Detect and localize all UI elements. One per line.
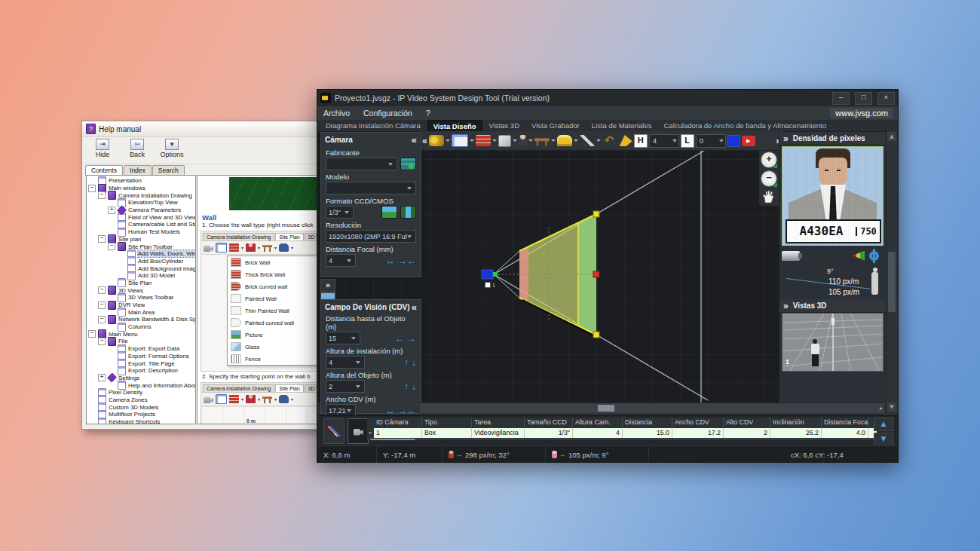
tree-item[interactable]: Human Test Models [87, 228, 195, 236]
tree-item[interactable]: −File [87, 338, 195, 345]
level-dropdown[interactable]: 0 [696, 134, 726, 148]
tab-vista-diseno[interactable]: Vista Diseño [427, 120, 482, 131]
tree-item[interactable]: 3D Views Toolbar [87, 294, 195, 302]
focal-dropdown[interactable]: 4 [326, 254, 356, 267]
expand-sidebar-button[interactable]: » [320, 279, 335, 292]
level-button[interactable]: L [681, 134, 694, 148]
close-button[interactable]: × [877, 92, 895, 105]
undo-button[interactable]: ↶ [602, 135, 616, 146]
add-vehicle-button[interactable] [557, 135, 572, 146]
tree-collapse-icon[interactable]: − [98, 235, 106, 243]
scrollbar-thumb[interactable] [598, 405, 614, 412]
tree-item[interactable]: Add Box/Cylinder [87, 258, 195, 265]
tab-vistas-3d[interactable]: Vistas 3D [484, 120, 525, 131]
tree-expand-icon[interactable]: + [108, 207, 115, 214]
gear-icon[interactable] [869, 251, 879, 261]
minimize-button[interactable]: – [832, 92, 850, 105]
collapse-panel-icon[interactable]: « [412, 302, 417, 313]
lower-object-icon[interactable]: ↓ [412, 382, 416, 391]
chevron-down-icon[interactable] [492, 139, 497, 142]
density-gradient-icon[interactable] [853, 251, 865, 261]
tree-item[interactable]: Export: Format Options [87, 353, 195, 360]
tree-item[interactable]: −Main Menu [87, 330, 195, 338]
main-titlebar[interactable]: Proyecto1.jvsgz - IP Video System Design… [317, 90, 898, 107]
tree-item[interactable]: −Network Bandwidth & Disk Space [87, 316, 195, 323]
tree-item[interactable]: +Settings [87, 375, 195, 382]
menu-configuracion[interactable]: Configuración [363, 109, 412, 118]
menu-help[interactable]: ? [426, 109, 430, 118]
narrow-fov-icon[interactable]: →← [398, 256, 416, 265]
tree-item[interactable]: +Camera Parameters [87, 207, 195, 214]
decrease-distance-icon[interactable]: ← [395, 334, 404, 343]
tree-item[interactable]: −Site plan [87, 236, 195, 243]
tree-item[interactable]: Site Plan [87, 280, 195, 287]
help-titlebar[interactable]: ? Help manual [82, 121, 329, 137]
ancho-cdv-dropdown[interactable]: 17,21 [326, 404, 356, 415]
pan-hand-button[interactable] [761, 189, 776, 204]
cable-tool-button[interactable] [323, 418, 345, 444]
tab-calculadora[interactable]: Calculadora de Ancho de banda y Almacena… [658, 120, 831, 131]
raise-object-icon[interactable]: ↑ [404, 382, 409, 391]
formato-dropdown[interactable]: 1/3" [326, 206, 354, 219]
tree-item[interactable]: −Main windows [87, 185, 195, 192]
measure-tool-button[interactable] [580, 135, 595, 146]
resolucion-dropdown[interactable]: 1920x1080 (2MP 16:9 FullHI [326, 230, 416, 243]
video-tutorial-button[interactable]: ▶ [742, 136, 755, 146]
tree-item[interactable]: −Camera Installation Drawing [87, 191, 195, 199]
fabricante-dropdown[interactable] [326, 158, 397, 170]
tree-collapse-icon[interactable]: − [88, 330, 96, 338]
tree-collapse-icon[interactable]: − [108, 243, 115, 250]
lower-camera-icon[interactable]: ↓ [412, 358, 416, 367]
tab-lista-materiales[interactable]: Lista de Materiales [586, 120, 657, 131]
tab-search[interactable]: Search [152, 165, 185, 175]
menu-archivo[interactable]: Archivo [323, 109, 350, 118]
tree-item-selected[interactable]: Add Walls, Doors, Windows [87, 250, 195, 258]
tree-item[interactable]: −3D Views [87, 286, 195, 294]
raise-camera-icon[interactable]: ↑ [404, 358, 409, 367]
landscape-orientation-button[interactable] [381, 206, 397, 219]
add-camera-button[interactable] [429, 135, 444, 146]
expand-panel-icon[interactable]: » [783, 133, 789, 144]
tree-item[interactable]: Main Area [87, 308, 195, 316]
tree-collapse-icon[interactable]: − [88, 185, 96, 192]
modelo-dropdown[interactable] [326, 182, 416, 194]
tree-item[interactable]: Keyboard Shortcuts [87, 418, 195, 424]
zoom-in-button[interactable]: + [761, 152, 777, 168]
tab-index[interactable]: Index [124, 165, 152, 175]
scroll-down-icon[interactable]: ▼ [887, 403, 896, 412]
paint-tool-button[interactable] [617, 135, 632, 146]
floorplan-button[interactable] [452, 134, 468, 147]
tree-item[interactable]: Add 3D Model [87, 272, 195, 280]
portrait-orientation-button[interactable] [400, 206, 416, 219]
view-3d-thumbnail[interactable] [782, 313, 884, 372]
website-link[interactable]: www.jvsg.com [830, 108, 893, 118]
height-button[interactable]: H [634, 134, 648, 148]
camera-list-button[interactable] [348, 418, 369, 444]
color-swatch[interactable] [727, 135, 740, 147]
collapse-panel-icon[interactable]: « [412, 134, 417, 145]
scroll-right-icon[interactable]: ▸ [880, 403, 883, 413]
chevron-down-icon[interactable] [470, 139, 474, 142]
chevron-down-icon[interactable] [596, 139, 601, 142]
vertical-scrollbar[interactable]: ▲ ▼ [886, 131, 897, 413]
scroll-up-icon[interactable]: ▲ [887, 132, 896, 141]
row-down-button[interactable]: ▼ [874, 433, 893, 446]
chevron-down-icon[interactable] [513, 139, 517, 142]
database-search-icon[interactable] [400, 158, 416, 170]
tree-item[interactable]: −DVR View [87, 302, 195, 309]
tree-collapse-icon[interactable]: − [98, 316, 106, 323]
tab-contents[interactable]: Contents [85, 165, 123, 176]
help-contents-tree[interactable]: Presentation −Main windows −Camera Insta… [86, 175, 196, 424]
zoom-out-button[interactable]: − [761, 170, 777, 187]
table-row[interactable]: ▸ 1 Box Videovigilancia 1/3" 4 15.0 17.2… [367, 428, 877, 438]
altura-objeto-dropdown[interactable]: 2 [326, 380, 365, 393]
tree-item[interactable]: Camera/cable List and Status bar [87, 221, 195, 228]
tree-item[interactable]: Export: Export Data [87, 345, 195, 353]
hide-button[interactable]: ⇥Hide [90, 139, 115, 164]
chevron-down-icon[interactable] [551, 139, 556, 142]
chevron-down-icon[interactable] [574, 139, 578, 142]
tree-item[interactable]: −Site Plan Toolbar [87, 243, 195, 250]
widen-fov-icon[interactable]: ↔ [386, 256, 395, 265]
distancia-objeto-dropdown[interactable]: 15 [326, 332, 360, 344]
scrollbar-thumb[interactable] [370, 439, 415, 440]
